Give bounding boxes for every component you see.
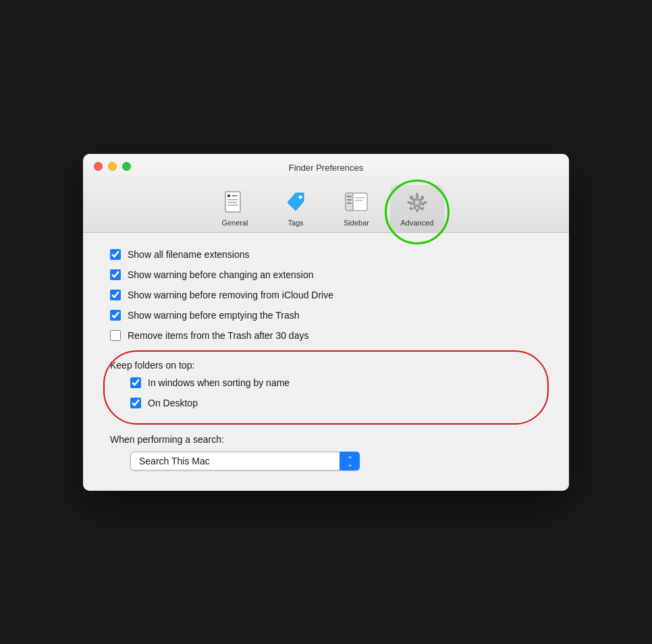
toolbar: General Tags: [94, 180, 558, 232]
checkbox-warn-icloud-input[interactable]: [110, 290, 121, 300]
checkbox-folders-windows-input[interactable]: [130, 377, 141, 388]
checkbox-remove-trash: Remove items from the Trash after 30 day…: [110, 330, 542, 341]
keep-folders-label: Keep folders on top:: [110, 360, 542, 371]
checkbox-show-extensions: Show all filename extensions: [110, 249, 542, 260]
content-area: Show all filename extensions Show warnin…: [83, 233, 569, 491]
minimize-button[interactable]: [108, 162, 117, 171]
svg-rect-20: [424, 201, 427, 203]
checkbox-folders-windows-label: In windows when sorting by name: [148, 377, 290, 388]
tags-icon: [282, 189, 309, 216]
checkbox-warn-trash: Show warning before emptying the Trash: [110, 310, 542, 321]
close-button[interactable]: [94, 162, 103, 171]
titlebar: Finder Preferences General: [83, 154, 569, 233]
svg-rect-24: [409, 207, 412, 210]
maximize-button[interactable]: [122, 162, 131, 171]
tab-tags-label: Tags: [288, 219, 303, 227]
svg-rect-22: [420, 207, 424, 210]
tab-tags[interactable]: Tags: [269, 185, 323, 232]
checkbox-warn-trash-label: Show warning before emptying the Trash: [128, 310, 299, 321]
svg-rect-2: [232, 195, 238, 196]
sidebar-icon: [343, 189, 370, 216]
svg-rect-14: [355, 200, 362, 201]
tab-advanced-label: Advanced: [401, 219, 434, 227]
search-select-wrapper: Search This Mac Search the Current Folde…: [130, 452, 360, 471]
search-select[interactable]: Search This Mac Search the Current Folde…: [130, 452, 360, 471]
svg-rect-19: [408, 201, 411, 203]
checkbox-remove-trash-label: Remove items from the Trash after 30 day…: [128, 330, 308, 341]
svg-rect-12: [347, 203, 352, 204]
finder-preferences-window: Finder Preferences General: [83, 154, 569, 491]
svg-rect-10: [347, 196, 352, 197]
search-section: When performing a search: Search This Ma…: [110, 434, 542, 471]
svg-rect-13: [355, 197, 364, 198]
checkbox-folders-desktop: On Desktop: [130, 398, 542, 408]
keep-folders-indent: In windows when sorting by name On Deskt…: [110, 377, 542, 408]
svg-rect-11: [347, 199, 352, 200]
tab-sidebar[interactable]: Sidebar: [329, 185, 383, 232]
checkbox-folders-desktop-input[interactable]: [130, 398, 141, 408]
checkbox-folders-windows: In windows when sorting by name: [130, 377, 542, 388]
checkbox-warn-trash-input[interactable]: [110, 310, 121, 321]
checkbox-warn-extension-input[interactable]: [110, 269, 121, 280]
checkbox-warn-extension-label: Show warning before changing an extensio…: [128, 269, 314, 280]
search-section-label: When performing a search:: [110, 434, 542, 445]
svg-rect-5: [227, 205, 238, 206]
checkbox-warn-icloud: Show warning before removing from iCloud…: [110, 290, 542, 300]
svg-rect-8: [346, 193, 353, 211]
svg-point-6: [299, 195, 302, 198]
svg-rect-1: [227, 194, 230, 197]
svg-rect-17: [416, 192, 418, 196]
checkbox-show-extensions-label: Show all filename extensions: [128, 249, 250, 260]
checkbox-folders-desktop-label: On Desktop: [148, 398, 198, 408]
svg-rect-3: [227, 199, 238, 200]
tab-general-label: General: [221, 219, 248, 227]
tab-general[interactable]: General: [208, 185, 262, 232]
checkbox-remove-trash-input[interactable]: [110, 330, 121, 341]
advanced-gear-icon: [404, 189, 431, 216]
checkbox-warn-icloud-label: Show warning before removing from iCloud…: [128, 290, 333, 300]
checkbox-warn-extension: Show warning before changing an extensio…: [110, 269, 542, 280]
window-title: Finder Preferences: [94, 163, 558, 173]
tab-sidebar-label: Sidebar: [344, 219, 369, 227]
tab-advanced[interactable]: Advanced: [390, 185, 444, 232]
svg-rect-18: [416, 209, 418, 212]
general-icon: [221, 189, 248, 216]
svg-rect-4: [227, 202, 237, 203]
svg-point-26: [415, 200, 419, 205]
checkbox-show-extensions-input[interactable]: [110, 249, 121, 260]
keep-folders-section: Keep folders on top: In windows when sor…: [103, 350, 549, 425]
